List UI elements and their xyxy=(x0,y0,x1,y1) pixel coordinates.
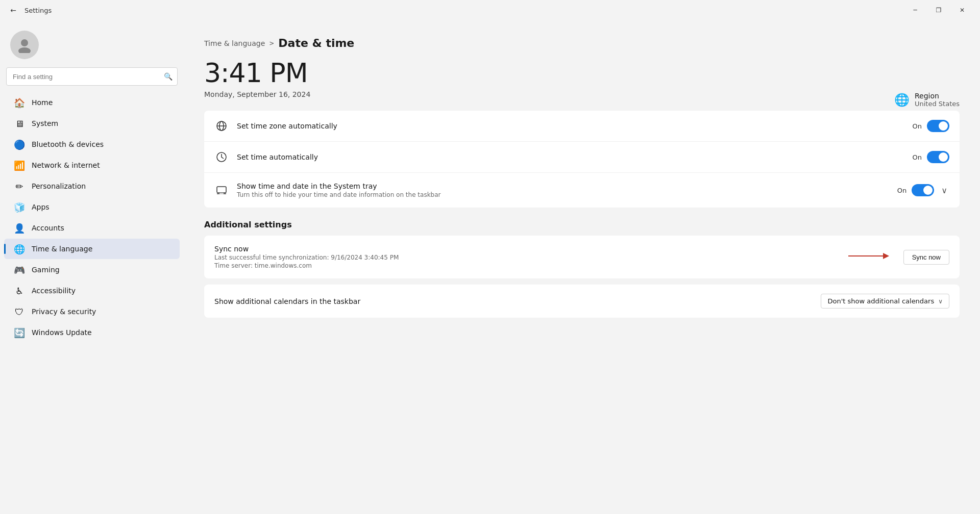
sidebar-item-personalization[interactable]: ✏️Personalization xyxy=(4,176,180,196)
main-settings-card: Set time zone automaticallyOnSet time au… xyxy=(204,111,960,208)
app-title: Settings xyxy=(24,7,52,14)
sidebar-label-windows-update: Windows Update xyxy=(32,328,92,337)
show-systray-desc: Turn this off to hide your time and date… xyxy=(237,191,889,198)
set-time-auto-icon xyxy=(214,151,229,163)
show-systray-chevron[interactable]: ∨ xyxy=(939,184,949,197)
set-time-auto-toggle[interactable] xyxy=(927,151,949,163)
show-systray-text: Show time and date in the System trayTur… xyxy=(237,182,889,198)
svg-marker-10 xyxy=(883,253,889,259)
settings-row-show-systray[interactable]: Show time and date in the System trayTur… xyxy=(204,173,960,208)
sidebar: 🔍 🏠Home🖥System🔵Bluetooth & devices📶Netwo… xyxy=(0,20,184,514)
show-systray-icon xyxy=(214,185,229,196)
search-icon: 🔍 xyxy=(164,72,173,81)
current-time: 3:41 PM xyxy=(204,58,960,88)
calendar-row: Show additional calendars in the taskbar… xyxy=(204,285,960,318)
app-body: 🔍 🏠Home🖥System🔵Bluetooth & devices📶Netwo… xyxy=(0,20,980,514)
sidebar-item-privacy-security[interactable]: 🛡Privacy & security xyxy=(4,301,180,322)
set-time-auto-label: Set time automatically xyxy=(237,153,904,161)
privacy-security-icon: 🛡 xyxy=(14,306,24,317)
set-time-auto-control: On xyxy=(913,151,949,163)
additional-settings-title: Additional settings xyxy=(204,220,960,229)
set-timezone-auto-text: Set time zone automatically xyxy=(237,122,904,130)
user-profile[interactable] xyxy=(0,20,184,67)
sync-text: Sync now Last successful time synchroniz… xyxy=(214,245,840,269)
sidebar-label-network: Network & internet xyxy=(32,161,100,169)
sync-arrow-icon xyxy=(848,251,889,264)
show-systray-control: On∨ xyxy=(897,184,949,197)
show-systray-toggle[interactable] xyxy=(912,184,934,196)
set-timezone-auto-label: Set time zone automatically xyxy=(237,122,904,130)
sidebar-item-accessibility[interactable]: ♿Accessibility xyxy=(4,280,180,301)
region-value: United States xyxy=(915,100,960,108)
breadcrumb-current: Date & time xyxy=(278,37,354,49)
sidebar-label-bluetooth: Bluetooth & devices xyxy=(32,140,104,148)
nav-list: 🏠Home🖥System🔵Bluetooth & devices📶Network… xyxy=(0,92,184,343)
sidebar-label-accessibility: Accessibility xyxy=(32,287,76,295)
set-timezone-auto-control: On xyxy=(913,120,949,132)
calendar-select[interactable]: Don't show additional calendars ∨ xyxy=(821,294,949,309)
system-icon: 🖥 xyxy=(14,118,24,128)
svg-point-0 xyxy=(21,39,28,46)
sidebar-label-system: System xyxy=(32,119,58,127)
sidebar-label-gaming: Gaming xyxy=(32,266,60,274)
search-box[interactable]: 🔍 xyxy=(6,67,178,86)
region-info: Region United States xyxy=(915,92,960,108)
time-language-icon: 🌐 xyxy=(14,244,24,254)
region-label: Region xyxy=(915,92,960,100)
sync-now-button[interactable]: Sync now xyxy=(903,250,949,265)
accounts-icon: 👤 xyxy=(14,223,24,233)
windows-update-icon: 🔄 xyxy=(14,327,24,338)
back-button[interactable]: ← xyxy=(6,3,20,17)
current-date: Monday, September 16, 2024 xyxy=(204,90,960,98)
sidebar-label-privacy-security: Privacy & security xyxy=(32,307,96,316)
breadcrumb-separator: > xyxy=(269,40,274,47)
sync-row: Sync now Last successful time synchroniz… xyxy=(204,236,960,278)
sync-title: Sync now xyxy=(214,245,840,253)
sidebar-item-accounts[interactable]: 👤Accounts xyxy=(4,218,180,238)
svg-rect-6 xyxy=(217,187,226,193)
settings-row-set-time-auto[interactable]: Set time automaticallyOn xyxy=(204,142,960,173)
window-controls: ─ ❐ ✕ xyxy=(903,0,974,20)
sidebar-label-personalization: Personalization xyxy=(32,182,86,190)
avatar xyxy=(10,31,39,59)
bluetooth-icon: 🔵 xyxy=(14,139,24,149)
sync-server: Time server: time.windows.com xyxy=(214,262,840,269)
sidebar-item-network[interactable]: 📶Network & internet xyxy=(4,155,180,175)
breadcrumb-parent[interactable]: Time & language xyxy=(204,39,265,47)
restore-button[interactable]: ❐ xyxy=(927,0,950,20)
sidebar-item-bluetooth[interactable]: 🔵Bluetooth & devices xyxy=(4,134,180,155)
sidebar-item-gaming[interactable]: 🎮Gaming xyxy=(4,260,180,280)
title-bar: ← Settings ─ ❐ ✕ xyxy=(0,0,980,20)
sidebar-item-windows-update[interactable]: 🔄Windows Update xyxy=(4,322,180,343)
set-timezone-auto-toggle-label: On xyxy=(913,122,922,130)
sidebar-label-home: Home xyxy=(32,98,53,107)
minimize-button[interactable]: ─ xyxy=(903,0,927,20)
apps-icon: 🧊 xyxy=(14,202,24,212)
svg-point-1 xyxy=(18,47,31,53)
set-timezone-auto-toggle[interactable] xyxy=(927,120,949,132)
sync-card: Sync now Last successful time synchroniz… xyxy=(204,236,960,278)
region-block[interactable]: 🌐 Region United States xyxy=(894,92,960,108)
settings-row-set-timezone-auto[interactable]: Set time zone automaticallyOn xyxy=(204,111,960,142)
set-time-auto-text: Set time automatically xyxy=(237,153,904,161)
close-button[interactable]: ✕ xyxy=(950,0,974,20)
show-systray-label: Show time and date in the System tray xyxy=(237,182,889,190)
personalization-icon: ✏️ xyxy=(14,181,24,191)
sync-last: Last successful time synchronization: 9/… xyxy=(214,254,840,261)
set-time-auto-toggle-label: On xyxy=(913,153,922,161)
sidebar-item-system[interactable]: 🖥System xyxy=(4,113,180,134)
sidebar-label-apps: Apps xyxy=(32,203,50,211)
gaming-icon: 🎮 xyxy=(14,265,24,275)
sidebar-item-time-language[interactable]: 🌐Time & language xyxy=(4,239,180,259)
main-content: Time & language > Date & time 3:41 PM Mo… xyxy=(184,20,980,514)
sidebar-label-time-language: Time & language xyxy=(32,245,92,253)
sidebar-item-home[interactable]: 🏠Home xyxy=(4,92,180,113)
sidebar-label-accounts: Accounts xyxy=(32,224,64,232)
svg-rect-8 xyxy=(219,193,224,194)
search-input[interactable] xyxy=(6,67,178,86)
calendar-select-value: Don't show additional calendars xyxy=(827,297,934,305)
breadcrumb: Time & language > Date & time xyxy=(204,37,960,49)
sidebar-item-apps[interactable]: 🧊Apps xyxy=(4,197,180,217)
home-icon: 🏠 xyxy=(14,97,24,108)
accessibility-icon: ♿ xyxy=(14,286,24,296)
